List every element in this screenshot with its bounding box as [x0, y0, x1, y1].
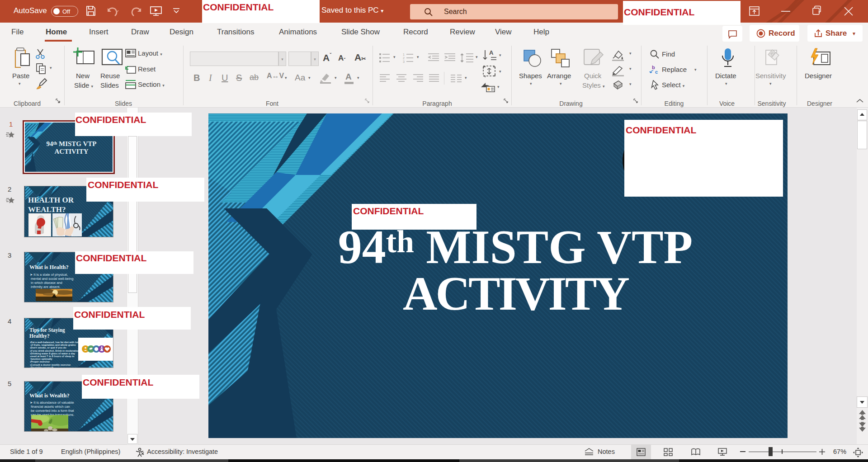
svg-text:A: A — [489, 49, 494, 56]
svg-text:3: 3 — [403, 60, 405, 63]
svg-text:c: c — [655, 69, 658, 75]
svg-text:1: 1 — [403, 53, 405, 56]
svg-text:b: b — [652, 65, 655, 70]
svg-text:2: 2 — [403, 57, 405, 60]
